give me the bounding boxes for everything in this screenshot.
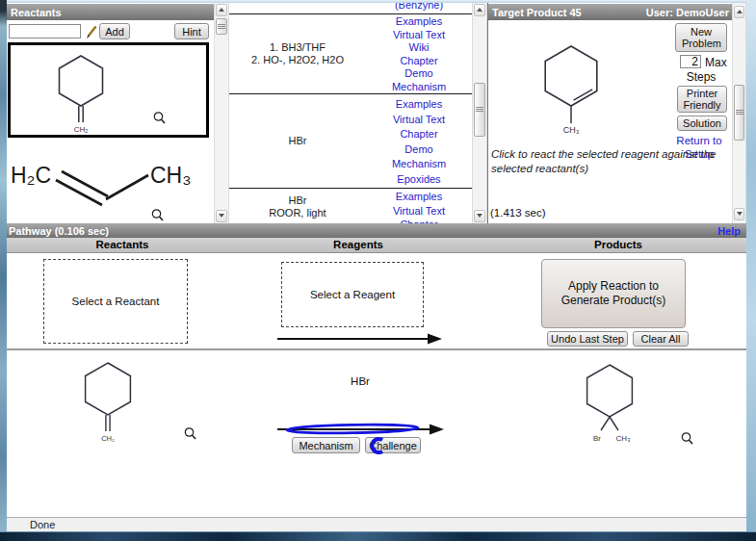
reactant-search-input[interactable] — [9, 24, 81, 39]
reactants-panel: Reactants Add Hint CH₂ — [7, 3, 214, 223]
apply-reaction-label: Apply Reaction to Generate Product(s) — [556, 279, 671, 308]
scroll-down-icon[interactable] — [734, 208, 744, 220]
select-reactant-label: Select a Reactant — [72, 296, 160, 307]
printer-friendly-label: Printer Friendly — [681, 88, 723, 111]
app-window: Reactants Add Hint CH₂ — [0, 0, 756, 541]
scroll-up-icon[interactable] — [734, 6, 744, 18]
reagents-table: (Benzyne) 1. BH3/THF 2. HO-, H2O2, H2O E… — [229, 3, 472, 223]
select-reactant-slot[interactable]: Select a Reactant — [43, 259, 188, 344]
challenge-button[interactable]: Challenge — [365, 437, 421, 453]
demo-link[interactable]: Demo — [366, 142, 472, 158]
methylenecyclohexane-structure: CH₂ — [11, 45, 206, 135]
target-panel-title: Target Product 45 — [492, 7, 582, 18]
bromo-methylcyclohexane-structure: Br CH₃ — [571, 360, 660, 452]
reagent-row[interactable]: 1. BH3/THF 2. HO-, H2O2, H2O Examples Vi… — [229, 14, 472, 93]
partial-reagent-row: (Benzyne) — [229, 3, 472, 13]
examples-link[interactable]: Examples — [366, 190, 472, 204]
scroll-down-icon[interactable] — [474, 210, 485, 222]
virtual-text-link[interactable]: Virtual Text — [366, 113, 472, 128]
reactant-structure-box[interactable]: CH₂ — [8, 42, 209, 138]
add-button[interactable]: Add — [99, 23, 130, 39]
select-reagent-slot[interactable]: Select a Reagent — [281, 262, 424, 327]
magnifier-icon[interactable] — [681, 431, 694, 447]
steps-label: Steps — [675, 70, 727, 84]
magnifier-icon[interactable] — [151, 208, 165, 223]
hint-button[interactable]: Hint — [174, 23, 209, 39]
window-frame-right — [746, 0, 756, 531]
hint-button-label: Hint — [182, 26, 201, 38]
step-reaction-arrow — [277, 422, 445, 437]
benzyne-link[interactable]: (Benzyne) — [366, 3, 472, 11]
scrollbar-thumb[interactable] — [734, 85, 744, 141]
mechanism-button[interactable]: Mechanism — [292, 437, 360, 453]
chapter-link[interactable]: Chapter — [366, 55, 472, 68]
demo-link[interactable]: Demo — [366, 67, 472, 81]
mechanism-link[interactable]: Mechanism — [366, 157, 472, 172]
pencil-icon[interactable] — [85, 24, 98, 39]
printer-friendly-button[interactable]: Printer Friendly — [677, 86, 727, 113]
magnifier-icon[interactable] — [153, 111, 167, 126]
scroll-down-icon[interactable] — [216, 210, 227, 222]
svg-text:CH₃: CH₃ — [150, 163, 192, 188]
new-problem-label: New Problem — [682, 26, 720, 49]
solution-button[interactable]: Solution — [677, 116, 727, 131]
reactants-panel-title: Reactants — [11, 7, 62, 18]
scroll-up-icon[interactable] — [216, 4, 227, 16]
pathway-title: Pathway (0.106 sec) — [9, 225, 109, 237]
reaction-arrow — [277, 332, 443, 346]
svg-text:CH₃: CH₃ — [563, 125, 580, 135]
propene-structure[interactable]: H₂C CH₃ — [8, 144, 212, 219]
magnifier-icon[interactable] — [184, 426, 197, 442]
svg-text:Br: Br — [593, 434, 601, 443]
svg-text:CH₂: CH₂ — [101, 434, 115, 443]
pathway-header: Pathway (0.106 sec) Help — [7, 223, 746, 238]
target-panel: Target Product 45 User: DemoUser CH₃ New… — [487, 3, 732, 223]
reagent-name-line1: HBr — [289, 194, 307, 207]
instruction-text: Click to react the selected reagent agai… — [491, 147, 729, 176]
reactants-scrollbar[interactable] — [214, 3, 229, 223]
undo-last-step-button[interactable]: Undo Last Step — [547, 331, 628, 347]
reagent-row[interactable]: HBr Examples Virtual Text Chapter Demo M… — [229, 94, 472, 188]
new-problem-button[interactable]: New Problem — [675, 23, 727, 52]
scrollbar-thumb[interactable] — [474, 83, 485, 137]
reactants-panel-header: Reactants — [7, 4, 214, 20]
reagent-row[interactable]: HBr ROOR, light Examples Virtual Text Ch… — [229, 189, 472, 223]
reagent-name-line1: 1. BH3/THF — [270, 41, 326, 54]
scrollbar-thumb[interactable] — [216, 18, 227, 35]
chapter-link[interactable]: Chapter — [366, 127, 472, 142]
virtual-text-link[interactable]: Virtual Text — [366, 29, 472, 42]
help-link[interactable]: Help — [717, 225, 741, 237]
max-steps-input[interactable] — [680, 55, 701, 68]
undo-last-step-label: Undo Last Step — [551, 333, 624, 345]
reagents-scrollbar[interactable] — [472, 3, 487, 223]
epoxides-link[interactable]: Epoxides — [366, 172, 472, 188]
reagent-name-line2: 2. HO-, H2O2, H2O — [251, 54, 344, 66]
mechanism-link[interactable]: Mechanism — [366, 81, 472, 94]
apply-reaction-button[interactable]: Apply Reaction to Generate Product(s) — [541, 259, 686, 328]
scroll-up-icon[interactable] — [474, 4, 485, 16]
timing-text: (1.413 sec) — [490, 207, 546, 219]
annotation-circle-icon — [369, 436, 386, 455]
reagent-name-line2: ROOR, light — [269, 207, 326, 219]
target-scrollbar[interactable] — [732, 3, 746, 223]
status-text: Done — [7, 519, 55, 530]
solution-label: Solution — [683, 117, 721, 129]
status-bar: Done — [7, 517, 746, 531]
target-panel-header: Target Product 45 User: DemoUser — [488, 4, 733, 20]
svg-text:CH₂: CH₂ — [74, 125, 89, 134]
methylcyclohexene-structure: CH₃ — [502, 41, 665, 138]
clear-all-button[interactable]: Clear All — [633, 331, 689, 347]
window-frame-left — [0, 0, 7, 531]
mechanism-label: Mechanism — [299, 440, 352, 451]
examples-link[interactable]: Examples — [366, 15, 472, 29]
window-frame-bottom — [0, 531, 756, 541]
wiki-link[interactable]: Wiki — [366, 41, 472, 55]
examples-link[interactable]: Examples — [366, 97, 472, 113]
pathway-separator — [7, 348, 746, 350]
svg-text:CH₃: CH₃ — [616, 434, 631, 443]
column-header-products: Products — [508, 239, 729, 250]
clear-all-label: Clear All — [641, 333, 681, 345]
virtual-text-link[interactable]: Virtual Text — [366, 204, 472, 219]
user-label: User: DemoUser — [646, 7, 729, 18]
column-header-reagents: Reagents — [252, 239, 464, 250]
